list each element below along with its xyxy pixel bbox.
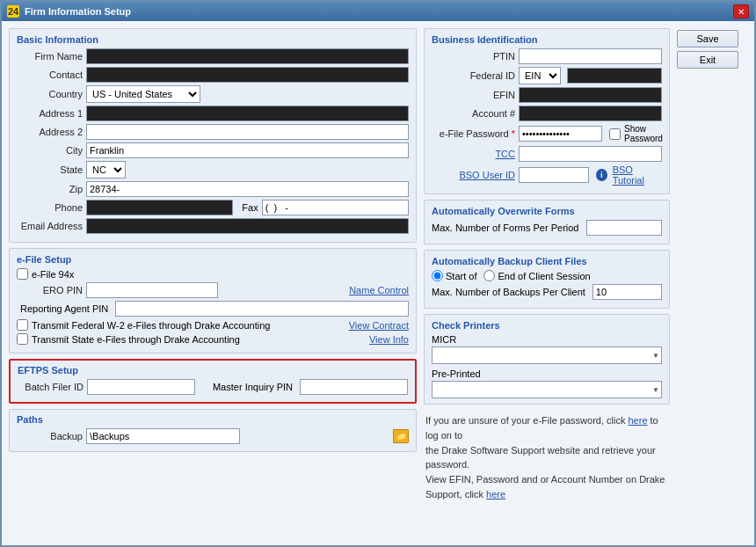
action-panel: Save Exit <box>677 28 747 538</box>
efin-input[interactable] <box>519 87 662 103</box>
here-link-1[interactable]: here <box>628 415 647 426</box>
account-row: Account # <box>432 106 662 121</box>
info-text-section: If you are unsure of your e-File passwor… <box>424 410 670 506</box>
basic-info-section: Basic Information Firm Name Contact Coun… <box>9 28 417 243</box>
save-button[interactable]: Save <box>677 30 738 47</box>
federal-id-input[interactable] <box>567 68 662 84</box>
ero-pin-input[interactable] <box>86 282 218 298</box>
info-line3: View EFIN, Password and or Account Numbe… <box>425 474 665 500</box>
close-button[interactable]: ✕ <box>733 4 749 18</box>
start-of-label: Start of <box>446 271 476 281</box>
master-inquiry-pin-label: Master Inquiry PIN <box>213 382 293 392</box>
phone-label: Phone <box>17 202 83 213</box>
ptin-label: PTIN <box>432 51 515 62</box>
main-window: 24 Firm Information Setup ✕ Basic Inform… <box>0 0 756 547</box>
view-info-link[interactable]: View Info <box>369 334 409 345</box>
country-label: Country <box>17 89 83 99</box>
preprinted-arrow: ▼ <box>652 386 659 394</box>
paths-label: Paths <box>17 414 409 425</box>
tcc-input[interactable] <box>519 146 662 162</box>
reporting-agent-label: Reporting Agent PIN <box>20 303 108 314</box>
bso-user-id-input[interactable] <box>519 167 589 183</box>
firm-name-row: Firm Name <box>17 48 409 64</box>
address1-row: Address 1 <box>17 106 409 121</box>
ero-pin-row: ERO PIN Name Control <box>17 282 409 298</box>
max-forms-label: Max. Number of Forms Per Period <box>432 222 579 233</box>
micr-combo[interactable]: ▼ <box>432 346 662 364</box>
efile-password-input[interactable] <box>519 126 602 142</box>
email-label: Email Address <box>17 221 83 231</box>
app-icon: 24 <box>7 5 19 18</box>
efile-setup-section: e-File Setup e-File 94x ERO PIN Name Con… <box>9 248 417 354</box>
firm-name-label: Firm Name <box>17 51 83 62</box>
start-of-option: Start of <box>432 270 476 281</box>
federal-id-label: Federal ID <box>432 70 515 81</box>
reporting-agent-row: Reporting Agent PIN <box>17 301 409 317</box>
efile-94x-row: e-File 94x <box>17 268 409 280</box>
tcc-row: TCC <box>432 146 662 162</box>
name-control-link[interactable]: Name Control <box>349 285 409 295</box>
address1-label: Address 1 <box>17 108 83 119</box>
show-password-checkbox[interactable] <box>609 128 621 140</box>
tcc-link[interactable]: TCC <box>432 149 515 159</box>
max-forms-row: Max. Number of Forms Per Period <box>432 220 662 236</box>
phone-input[interactable] <box>86 200 233 215</box>
transmit-state-checkbox[interactable] <box>17 333 28 345</box>
state-label: State <box>17 164 83 175</box>
country-select[interactable]: US - United States <box>86 85 200 103</box>
eftps-setup-label: EFTPS Setup <box>18 365 408 376</box>
efin-label: EFIN <box>432 90 515 100</box>
start-of-radio[interactable] <box>432 270 443 281</box>
basic-info-label: Basic Information <box>17 34 409 45</box>
bso-user-id-row: BSO User ID i BSO Tutorial <box>432 164 662 186</box>
federal-id-row: Federal ID EIN SSN <box>432 67 662 84</box>
account-input[interactable] <box>519 106 662 121</box>
transmit-w2-checkbox[interactable] <box>17 319 28 331</box>
country-row: Country US - United States <box>17 85 409 103</box>
firm-name-input[interactable] <box>86 48 409 64</box>
eftps-setup-section: EFTPS Setup Batch Filer ID Master Inquir… <box>9 359 417 404</box>
city-label: City <box>17 145 83 156</box>
here-link-2[interactable]: here <box>486 489 505 500</box>
preprinted-combo[interactable]: ▼ <box>432 381 662 398</box>
max-backups-input[interactable] <box>592 284 662 300</box>
email-input[interactable] <box>86 218 409 234</box>
end-of-session-radio[interactable] <box>483 270 495 281</box>
ptin-input[interactable] <box>519 48 662 64</box>
efile-94x-label: e-File 94x <box>32 269 74 280</box>
city-input[interactable] <box>86 142 409 158</box>
overwrite-forms-section: Automatically Overwrite Forms Max. Numbe… <box>424 200 670 244</box>
exit-button[interactable]: Exit <box>677 51 738 69</box>
address1-input[interactable] <box>86 106 409 121</box>
address2-input[interactable] <box>86 124 409 140</box>
bso-user-id-link[interactable]: BSO User ID <box>432 170 515 180</box>
federal-id-type-select[interactable]: EIN SSN <box>519 67 561 84</box>
backup-input[interactable] <box>86 428 240 444</box>
contact-input[interactable] <box>86 67 409 83</box>
zip-input[interactable] <box>86 181 409 197</box>
ero-pin-label: ERO PIN <box>17 285 83 295</box>
fax-input[interactable] <box>262 200 409 215</box>
address2-label: Address 2 <box>17 127 83 137</box>
folder-icon[interactable]: 📁 <box>393 429 409 443</box>
account-label: Account # <box>432 108 515 119</box>
email-row: Email Address <box>17 218 409 234</box>
batch-filer-id-input[interactable] <box>87 379 195 395</box>
info-icon: i <box>596 169 607 181</box>
efile-94x-checkbox[interactable] <box>17 268 28 280</box>
efile-password-label: e-File Password * <box>432 128 515 139</box>
reporting-agent-input[interactable] <box>115 301 409 317</box>
title-bar: 24 Firm Information Setup ✕ <box>2 2 754 21</box>
business-id-section: Business Identification PTIN Federal ID … <box>424 28 670 194</box>
max-forms-input[interactable] <box>586 220 663 236</box>
state-select[interactable]: NC <box>86 161 126 179</box>
fax-label: Fax <box>242 202 258 213</box>
view-contract-link[interactable]: View Contract <box>349 320 409 331</box>
master-inquiry-pin-input[interactable] <box>300 379 408 395</box>
business-id-label: Business Identification <box>432 34 662 45</box>
paths-section: Paths Backup 📁 <box>9 409 417 452</box>
printers-label: Check Printers <box>432 320 662 331</box>
ptin-row: PTIN <box>432 48 662 64</box>
bso-tutorial-link[interactable]: BSO Tutorial <box>613 164 662 186</box>
required-star: * <box>512 128 515 139</box>
